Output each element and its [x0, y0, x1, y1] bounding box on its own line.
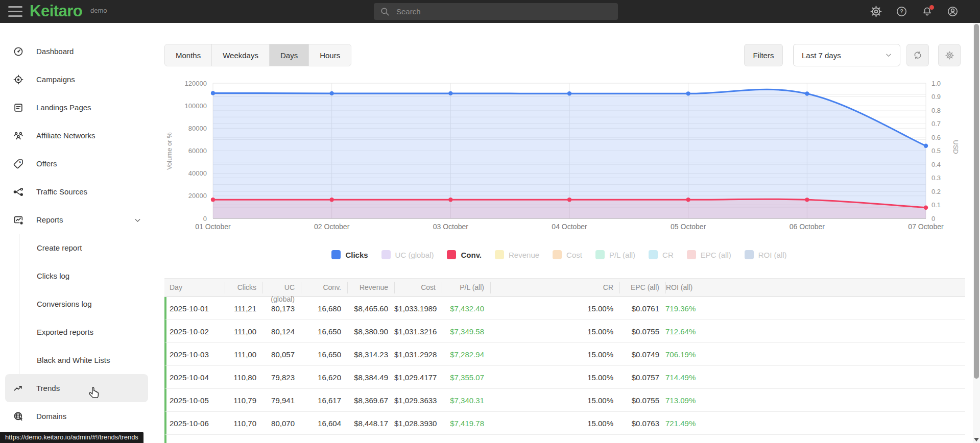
table-row-2025-10-06: 2025-10-06110,7080,07016,604$8,448.17$1,… — [164, 412, 965, 435]
cell-roi-all-: 713.09% — [665, 396, 965, 405]
sidebar-item-landings-pages[interactable]: Landings Pages — [5, 93, 148, 121]
svg-text:0.8: 0.8 — [931, 107, 941, 114]
svg-text:07 October: 07 October — [908, 223, 944, 231]
column-header-uc-global-[interactable]: UC (global) — [262, 282, 301, 293]
trends-table: DayClicksUC (global)Conv.RevenueCostP/L … — [164, 278, 965, 443]
legend-item-revenue[interactable]: Revenue — [495, 250, 539, 259]
column-header-cr[interactable]: CR — [490, 282, 619, 293]
sidebar-item-traffic-sources[interactable]: Traffic Sources — [5, 178, 148, 206]
notifications-bell-icon[interactable] — [918, 3, 936, 21]
sidebar-item-label: Offers — [36, 159, 57, 168]
sidebar-subitem-conversions-log[interactable]: Conversions log — [19, 290, 153, 318]
user-avatar-icon[interactable] — [943, 3, 962, 21]
svg-text:60000: 60000 — [188, 147, 207, 155]
sidebar-subitem-black-and-white-lists[interactable]: Black and White Lists — [19, 346, 153, 374]
legend-item-clicks[interactable]: Clicks — [331, 250, 368, 259]
period-tab-group: MonthsWeekdaysDaysHours — [164, 44, 351, 66]
column-header-roi-all-[interactable]: ROI (all) — [665, 282, 965, 293]
column-header-p-l-all-[interactable]: P/L (all) — [442, 282, 490, 293]
page-scrollbar[interactable] — [973, 23, 980, 443]
sidebar-subitem-clicks-log[interactable]: Clicks log — [19, 262, 153, 290]
cell-uc-global-: 79,941 — [262, 396, 301, 405]
reports-icon — [13, 214, 24, 226]
cell-p-l-all-: $7,349.58 — [442, 327, 490, 336]
cell-p-l-all-: $7,419.78 — [442, 419, 490, 428]
chevron-down-icon — [885, 51, 893, 59]
tab-months[interactable]: Months — [165, 44, 212, 66]
sidebar-subitem-create-report[interactable]: Create report — [19, 234, 153, 262]
legend-label: CR — [662, 251, 674, 259]
table-row-2025-10-05: 2025-10-05110,7979,94116,617$8,369.67$1,… — [164, 389, 965, 412]
cell-cost: $1,029.3633 — [394, 396, 442, 405]
column-header-day[interactable]: Day — [164, 282, 225, 293]
sidebar-item-campaigns[interactable]: Campaigns — [5, 65, 148, 93]
sidebar-item-offers[interactable]: sOffers — [5, 150, 148, 178]
column-header-conv-[interactable]: Conv. — [301, 282, 347, 293]
filters-button[interactable]: Filters — [744, 44, 783, 66]
search-box[interactable] — [374, 3, 618, 20]
cell-roi-all-: 712.64% — [665, 327, 965, 336]
legend-item-cost[interactable]: Cost — [553, 250, 582, 259]
legend-item-p-l-all-[interactable]: P/L (all) — [595, 250, 635, 259]
sidebar-item-label: Trends — [36, 384, 60, 392]
scrollbar-down-arrow[interactable] — [974, 438, 979, 441]
tab-hours[interactable]: Hours — [309, 44, 351, 66]
legend-item-conv-[interactable]: Conv. — [447, 250, 482, 259]
menu-icon[interactable] — [8, 6, 22, 17]
legend-label: Revenue — [509, 251, 539, 259]
scrollbar-thumb[interactable] — [974, 24, 979, 379]
svg-text:0.7: 0.7 — [931, 120, 941, 128]
refresh-button[interactable] — [906, 44, 929, 66]
cell-uc-global-: 80,124 — [262, 327, 301, 336]
help-icon[interactable]: ? — [892, 3, 911, 21]
sidebar-item-label: Traffic Sources — [36, 187, 87, 196]
date-range-select[interactable]: Last 7 days — [793, 44, 900, 66]
tab-weekdays[interactable]: Weekdays — [212, 44, 270, 66]
legend-item-cr[interactable]: CR — [649, 250, 674, 259]
legend-label: ROI (all) — [758, 251, 787, 259]
cell-clicks: 110,70 — [225, 419, 262, 428]
sidebar-subitem-exported-reports[interactable]: Exported reports — [19, 318, 153, 346]
cell-uc-global-: 80,057 — [262, 350, 301, 359]
column-header-epc-all-[interactable]: EPC (all) — [619, 282, 665, 293]
legend-item-uc-global-[interactable]: UC (global) — [381, 250, 434, 259]
dashboard-icon — [13, 46, 24, 57]
search-input[interactable] — [395, 7, 612, 16]
legend-item-epc-all-[interactable]: EPC (all) — [687, 250, 731, 259]
tab-days[interactable]: Days — [270, 44, 309, 66]
sidebar-item-dashboard[interactable]: Dashboard — [5, 37, 148, 65]
settings-icon[interactable] — [867, 3, 885, 21]
svg-text:01 October: 01 October — [195, 223, 231, 231]
svg-text:20000: 20000 — [188, 192, 207, 200]
column-header-cost[interactable]: Cost — [394, 282, 442, 293]
svg-text:0: 0 — [931, 215, 935, 223]
column-header-clicks[interactable]: Clicks — [225, 282, 262, 293]
sidebar-item-trends[interactable]: Trends — [5, 374, 148, 402]
cell-conv-: 16,650 — [301, 350, 347, 359]
cell-conv-: 16,650 — [301, 327, 347, 336]
cell-revenue: $8,448.17 — [347, 419, 394, 428]
legend-swatch — [447, 250, 456, 259]
svg-text:s: s — [19, 159, 21, 163]
cell-uc-global-: 80,070 — [262, 419, 301, 428]
search-icon — [380, 7, 390, 16]
column-header-revenue[interactable]: Revenue — [347, 282, 394, 293]
link-preview-statusbar: https://demo.keitaro.io/admin/#!/trends/… — [0, 432, 144, 443]
table-header-row: DayClicksUC (global)Conv.RevenueCostP/L … — [164, 278, 965, 297]
sidebar-item-domains[interactable]: Domains — [5, 402, 148, 430]
cell-day: 2025-10-02 — [166, 327, 225, 336]
cell-clicks: 111,00 — [225, 327, 262, 336]
svg-text:03 October: 03 October — [433, 223, 469, 231]
app-logo[interactable]: Keitaro — [30, 2, 82, 20]
legend-item-roi-all-[interactable]: ROI (all) — [745, 250, 787, 259]
offers-icon: s — [13, 158, 24, 169]
svg-text:0.5: 0.5 — [931, 147, 941, 155]
sidebar-item-label: Domains — [36, 412, 66, 421]
cell-revenue: $8,384.49 — [347, 373, 394, 382]
chart-legend: ClicksUC (global)Conv.RevenueCostP/L (al… — [153, 250, 965, 259]
sidebar-item-reports[interactable]: Reports — [5, 206, 148, 234]
legend-swatch — [687, 250, 696, 259]
refresh-icon — [912, 50, 923, 61]
sidebar-item-affiliate-networks[interactable]: Affiliate Networks — [5, 121, 148, 150]
chart-settings-button[interactable] — [938, 44, 961, 66]
